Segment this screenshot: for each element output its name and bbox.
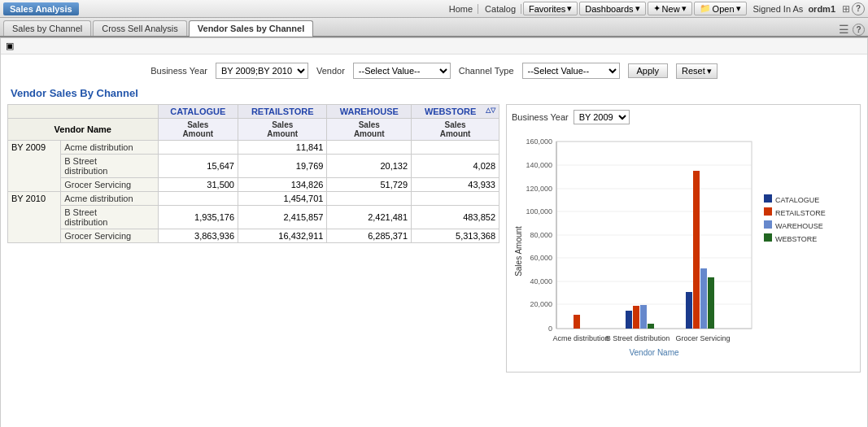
legend-warehouse-icon <box>764 220 772 229</box>
username: ordm1 <box>808 4 835 14</box>
svg-text:40,000: 40,000 <box>530 277 552 285</box>
legend-catalogue-label: CATALOGUE <box>775 196 819 204</box>
collapse-icon: ▣ <box>6 41 14 50</box>
vendor-select[interactable]: --Select Value-- <box>353 63 451 79</box>
chart-header: Business Year BY 2009 BY 2010 <box>512 110 855 124</box>
chevron-down-icon: ▾ <box>682 3 687 14</box>
th-catalogue-sub: SalesAmount <box>158 119 238 141</box>
bstreet-retailstore-bar <box>633 306 639 329</box>
svg-text:120,000: 120,000 <box>526 185 552 193</box>
nav-dashboards[interactable]: Dashboards ▾ <box>579 2 645 15</box>
main-content: ▣ Business Year BY 2009;BY 2010 Vendor -… <box>0 37 868 427</box>
grocer-retailstore-bar <box>693 171 700 329</box>
vendor-acme-2010: Acme distribution <box>61 192 158 206</box>
th-catalogue: CATALOGUE <box>158 105 238 119</box>
nav-new[interactable]: ✦ New ▾ <box>648 2 692 15</box>
bstreet-2010-warehouse: 2,421,481 <box>327 206 412 229</box>
svg-text:160,000: 160,000 <box>526 137 552 146</box>
folder-icon: 📁 <box>700 3 711 14</box>
tab-sales-by-channel[interactable]: Sales by Channel <box>3 20 91 36</box>
grocer-2010-webstore: 5,313,368 <box>412 229 499 243</box>
section-title: Vendor Sales By Channel <box>1 84 867 104</box>
nav-open[interactable]: 📁 Open ▾ <box>694 2 747 15</box>
channel-type-select[interactable]: --Select Value-- <box>522 63 620 79</box>
svg-text:0: 0 <box>548 325 552 333</box>
top-nav: Home Catalog Favorites ▾ Dashboards ▾ ✦ … <box>444 2 865 15</box>
list-view-icon[interactable]: ☰ <box>839 23 849 36</box>
svg-text:100,000: 100,000 <box>526 207 552 216</box>
table-row: B Streetdistribution 15,647 19,769 20,13… <box>8 155 499 178</box>
vendor-grocer-2010: Grocer Servicing <box>61 229 158 243</box>
acme-2009-warehouse <box>327 141 412 155</box>
grocer-webstore-bar <box>708 277 714 329</box>
chevron-down-icon: ▾ <box>736 3 741 14</box>
apply-button[interactable]: Apply <box>628 63 669 78</box>
collapse-bar[interactable]: ▣ <box>1 38 867 54</box>
data-table: CATALOGUE RETAILSTORE WAREHOUSE WEBSTORE… <box>7 104 499 243</box>
bstreet-2009-warehouse: 20,132 <box>327 155 412 178</box>
acme-2010-webstore <box>412 192 499 206</box>
legend-retailstore-icon <box>764 207 772 216</box>
bstreet-2009-catalogue: 15,647 <box>158 155 238 178</box>
table-section: CATALOGUE RETAILSTORE WAREHOUSE WEBSTORE… <box>7 104 499 373</box>
app-title: Sales Analysis <box>3 2 79 15</box>
nav-favorites[interactable]: Favorites ▾ <box>523 2 578 15</box>
sort-icon[interactable]: △▽ <box>486 107 495 114</box>
help-icon[interactable]: ? <box>853 24 865 36</box>
grocer-2010-retailstore: 16,432,911 <box>238 229 327 243</box>
nav-home[interactable]: Home <box>444 4 478 14</box>
new-icon: ✦ <box>653 3 661 14</box>
legend-warehouse-label: WAREHOUSE <box>775 222 823 230</box>
chevron-down-icon: ▾ <box>567 3 572 14</box>
x-label-acme: Acme distribution <box>552 334 608 342</box>
vendor-bstreet-2009: B Streetdistribution <box>61 155 158 178</box>
bstreet-webstore-bar <box>648 324 654 329</box>
help-icon[interactable]: ? <box>852 2 865 15</box>
business-year-select[interactable]: BY 2009;BY 2010 <box>216 63 308 79</box>
th-empty <box>8 105 159 119</box>
svg-text:20,000: 20,000 <box>530 300 552 308</box>
vendor-acme-2009: Acme distribution <box>61 141 158 155</box>
signed-in-label: Signed In As ordm1 <box>748 4 840 14</box>
acme-2009-retailstore: 11,841 <box>238 141 327 155</box>
body-layout: CATALOGUE RETAILSTORE WAREHOUSE WEBSTORE… <box>1 104 867 379</box>
bstreet-2010-webstore: 483,852 <box>412 206 499 229</box>
grocer-2009-catalogue: 31,500 <box>158 178 238 192</box>
tab-bar: Sales by Channel Cross Sell Analysis Ven… <box>0 18 868 37</box>
bstreet-2010-retailstore: 2,415,857 <box>238 206 327 229</box>
nav-catalog[interactable]: Catalog <box>480 4 521 14</box>
tab-cross-sell-analysis[interactable]: Cross Sell Analysis <box>93 20 187 36</box>
x-axis-title: Vendor Name <box>629 348 679 357</box>
business-year-label: Business Year <box>150 66 207 76</box>
bar-chart: Sales Amount 160,000 140,000 120,000 100… <box>512 129 829 365</box>
channel-type-label: Channel Type <box>459 66 514 76</box>
table-row: BY 2010 Acme distribution 1,454,701 <box>8 192 499 206</box>
grocer-warehouse-bar <box>700 268 707 329</box>
svg-text:140,000: 140,000 <box>526 161 552 169</box>
bstreet-warehouse-bar <box>640 305 647 329</box>
tab-vendor-sales-by-channel[interactable]: Vendor Sales by Channel <box>189 20 313 37</box>
chart-year-select[interactable]: BY 2009 BY 2010 <box>574 110 630 124</box>
vendor-label: Vendor <box>316 66 345 76</box>
acme-2009-catalogue <box>158 141 238 155</box>
settings-icon[interactable]: ⊞ <box>842 3 850 15</box>
th-vendor-name-header: Vendor Name <box>8 119 159 141</box>
table-row: BY 2009 Acme distribution 11,841 <box>8 141 499 155</box>
legend-webstore-icon <box>764 233 772 242</box>
grocer-2009-retailstore: 134,826 <box>238 178 327 192</box>
vendor-bstreet-2010: B Streetdistribution <box>61 206 158 229</box>
grocer-catalogue-bar <box>686 292 692 329</box>
reset-button[interactable]: Reset ▾ <box>676 63 718 79</box>
x-label-grocer: Grocer Servicing <box>675 334 730 342</box>
grocer-2010-catalogue: 3,863,936 <box>158 229 238 243</box>
th-warehouse: WAREHOUSE <box>327 105 412 119</box>
th-retailstore-sub: SalesAmount <box>238 119 327 141</box>
bstreet-catalogue-bar <box>626 311 632 329</box>
bstreet-2009-webstore: 4,028 <box>412 155 499 178</box>
chevron-down-icon: ▾ <box>635 3 640 14</box>
x-label-bstreet: B Street distribution <box>606 334 670 342</box>
legend-retailstore-label: RETAILSTORE <box>775 209 826 217</box>
th-retailstore: RETAILSTORE <box>238 105 327 119</box>
acme-2010-catalogue <box>158 192 238 206</box>
table-row: Grocer Servicing 3,863,936 16,432,911 6,… <box>8 229 499 243</box>
